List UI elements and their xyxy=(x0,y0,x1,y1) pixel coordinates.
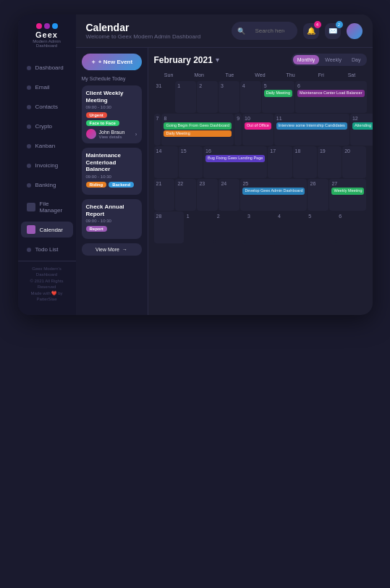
cal-cell-w1d6[interactable]: 5 Daily Meeting xyxy=(262,81,294,113)
cal-cell-w5d4[interactable]: 3 xyxy=(245,211,275,243)
view-more-button[interactable]: View More → xyxy=(82,243,142,256)
cal-cell-w4d6[interactable]: 26 xyxy=(308,179,328,211)
plus-icon: ＋ xyxy=(90,58,96,66)
schedule-title: My Schedule Today xyxy=(82,76,142,81)
schedule-event-3: Check Annual Report 09:00 - 10:30 Report xyxy=(82,199,142,239)
cal-cell-w3d5[interactable]: 18 xyxy=(293,146,317,178)
month-chevron-icon[interactable]: ▾ xyxy=(216,56,219,64)
cal-cell-w3d6[interactable]: 19 xyxy=(318,146,342,178)
header-right: 🔍 🔔 4 ✉️ 2 xyxy=(232,22,363,40)
calendar-week-2: 7 8 Going Begin From Geex Dashboard Dail… xyxy=(154,114,367,146)
cal-cell-w3d2[interactable]: 15 xyxy=(179,146,203,178)
cal-cell-w1d3[interactable]: 2 xyxy=(197,81,218,113)
sidebar-item-invoicing[interactable]: Invoicing xyxy=(21,158,73,173)
cal-cell-w5d7[interactable]: 6 xyxy=(336,211,366,243)
logo-dots xyxy=(36,23,58,29)
cal-cell-w2d2[interactable]: 8 Going Begin From Geex Dashboard Daily … xyxy=(161,114,234,146)
notifications-button[interactable]: 🔔 4 xyxy=(303,23,319,39)
cal-cell-w2d6[interactable]: 12 Attending Design Workshop xyxy=(350,114,373,146)
calendar-body: 31 1 2 3 4 5 Daily Meeting 6 Mainte xyxy=(154,81,367,243)
day-header-tue: Tue xyxy=(215,70,245,80)
logo-title: Geex xyxy=(35,30,58,39)
cal-cell-w4d4[interactable]: 24 xyxy=(219,179,239,211)
cal-cell-w3d4[interactable]: 17 xyxy=(268,146,292,178)
sidebar-item-dashboard[interactable]: Dashboard xyxy=(21,60,73,75)
calendar-event: Weekly Meeting xyxy=(331,188,364,195)
cal-cell-w1d2[interactable]: 1 xyxy=(175,81,196,113)
tag-riding: Riding xyxy=(86,182,107,188)
calendar-event: Daily Meeting xyxy=(264,90,292,97)
sidebar-label-kanban: Kanban xyxy=(35,143,56,149)
tab-weekly[interactable]: Weekly xyxy=(321,55,346,64)
tab-monthly[interactable]: Monthly xyxy=(293,55,320,64)
dashboard-container: Geex Modern Admin Dashboard Dashboard Em… xyxy=(18,14,373,315)
cal-cell-w4d7[interactable]: 27 Weekly Meeting xyxy=(329,179,366,211)
calendar-area: ＋ + New Event My Schedule Today Client W… xyxy=(76,48,373,315)
event-time-3: 09:00 - 10:30 xyxy=(86,219,137,223)
sidebar-item-filemanager[interactable]: File Manager xyxy=(21,197,73,217)
cal-cell-w1d4[interactable]: 3 xyxy=(219,81,239,113)
event-tags-1: Urgent Face to Face xyxy=(86,112,137,126)
event-tags-3: Report xyxy=(86,226,137,232)
logo-dot-pink xyxy=(36,23,42,29)
sidebar-item-kanban[interactable]: Kanban xyxy=(21,138,73,154)
cal-cell-w1d5[interactable]: 4 xyxy=(240,81,261,113)
cal-cell-w5d5[interactable]: 4 xyxy=(276,211,305,243)
day-header-sun: Sun xyxy=(154,70,184,80)
cal-cell-w3d1[interactable]: 14 xyxy=(154,146,178,178)
day-header-sat: Sat xyxy=(336,70,366,80)
message-badge: 2 xyxy=(336,21,343,28)
event-user-1[interactable]: John Braun View details › xyxy=(86,129,137,139)
cal-cell-w4d1[interactable]: 21 xyxy=(154,179,175,211)
logo: Geex Modern Admin Dashboard xyxy=(18,23,76,48)
logo-subtitle: Modern Admin Dashboard xyxy=(24,39,70,48)
day-header-mon: Mon xyxy=(185,70,214,80)
search-input[interactable] xyxy=(248,25,292,37)
sidebar-label-calendar: Calendar xyxy=(40,227,63,233)
cal-cell-w1d7[interactable]: 6 Maintenance Center Load Balancer xyxy=(295,81,367,113)
cal-cell-w2d5[interactable]: 11 Interview some Internship Candidates xyxy=(274,114,349,146)
cal-cell-w2d4[interactable]: 10 Out of Office xyxy=(242,114,274,146)
sidebar-item-calendar[interactable]: Calendar xyxy=(21,222,73,238)
calendar-event: Interview some Internship Candidates xyxy=(276,122,347,130)
cal-cell-w1d1[interactable]: 31 xyxy=(154,81,175,113)
tag-face: Face to Face xyxy=(86,120,119,126)
sidebar-item-contacts[interactable]: Contacts xyxy=(21,99,73,114)
calendar-event: Develop Geex Admin Dashboard xyxy=(242,188,305,195)
user-role: View details xyxy=(99,135,132,139)
tab-day[interactable]: Day xyxy=(347,55,365,64)
cal-cell-w5d1[interactable]: 28 xyxy=(154,211,184,243)
cal-cell-w3d3[interactable]: 16 Bug Fixing Geex Landing Page xyxy=(203,146,267,178)
page-title: Calendar xyxy=(86,22,201,33)
search-icon: 🔍 xyxy=(237,28,245,35)
new-event-button[interactable]: ＋ + New Event xyxy=(82,54,142,70)
sidebar-item-crypto[interactable]: Crypto xyxy=(21,119,73,134)
calendar-week-3: 14 15 16 Bug Fixing Geex Landing Page 17… xyxy=(154,146,367,178)
new-event-label: + New Event xyxy=(98,59,132,65)
cal-cell-w2d1[interactable]: 7 xyxy=(154,114,161,146)
event-time-1: 09:00 - 10:30 xyxy=(86,105,137,109)
cal-cell-w4d5[interactable]: 25 Develop Geex Admin Dashboard xyxy=(240,179,307,211)
cal-cell-w4d3[interactable]: 23 xyxy=(197,179,218,211)
schedule-event-2: Maintenance Centerload Balancer 09:00 - … xyxy=(82,148,142,195)
cal-cell-w5d2[interactable]: 1 xyxy=(185,211,214,243)
sidebar-label-banking: Banking xyxy=(35,182,56,188)
sidebar-item-todolist[interactable]: Todo List xyxy=(21,242,73,257)
day-header-wed: Wed xyxy=(245,70,275,80)
view-more-label: View More xyxy=(96,247,119,252)
sidebar-item-email[interactable]: Email xyxy=(21,80,73,95)
sidebar-item-banking[interactable]: Banking xyxy=(21,177,73,193)
footer-copy: © 2021 All Rights Reserved xyxy=(24,278,70,290)
cal-cell-w5d3[interactable]: 2 xyxy=(215,211,245,243)
sidebar-footer: Geex Modern's Dashboard © 2021 All Right… xyxy=(18,261,76,306)
event-title-3: Check Annual Report xyxy=(86,203,137,217)
cal-cell-w5d6[interactable]: 5 xyxy=(306,211,336,243)
messages-button[interactable]: ✉️ 2 xyxy=(325,23,341,39)
page-subtitle: Welcome to Geex Modern Admin Dashboard xyxy=(86,33,201,40)
sidebar-label-contacts: Contacts xyxy=(35,104,59,110)
tag-urgent: Urgent xyxy=(86,112,107,118)
cal-cell-w3d7[interactable]: 20 xyxy=(342,146,366,178)
cal-cell-w2d3[interactable]: 9 xyxy=(234,114,242,146)
cal-cell-w4d2[interactable]: 22 xyxy=(175,179,196,211)
user-avatar[interactable] xyxy=(347,23,363,39)
